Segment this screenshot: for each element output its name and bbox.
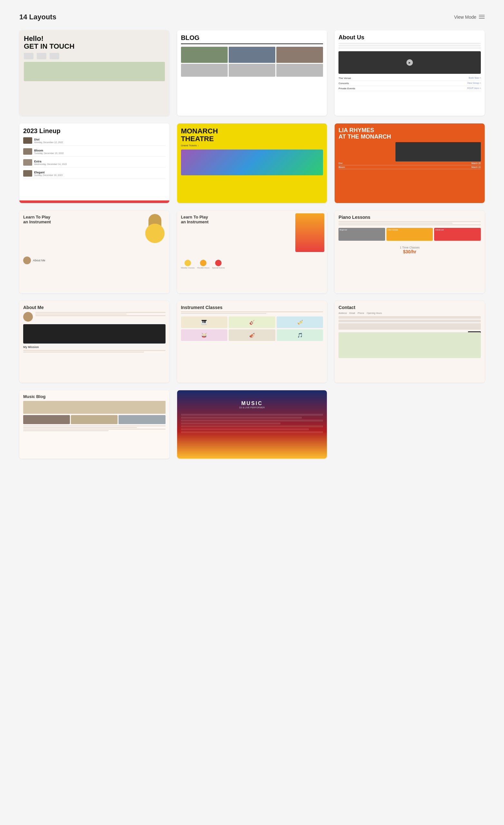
featured-image bbox=[23, 401, 166, 414]
performer-image bbox=[181, 150, 323, 175]
card-music-venue-contact[interactable]: Hello!GET IN TOUCH Music Venue Contact P… bbox=[19, 30, 169, 116]
card-music-teacher-about[interactable]: About Me My Mission Music Teacher About … bbox=[19, 301, 169, 382]
event-row: DiviMonday, December 12, 2022 bbox=[23, 137, 166, 146]
card-music-teacher-blog[interactable]: Music Blog Music Teacher Blog Page Layou… bbox=[19, 390, 169, 459]
card-music-venue-landing[interactable]: LIA RHYMESAT THE MONARCH DiviMarch 20 Bl… bbox=[335, 124, 485, 203]
card-music-teacher-class[interactable]: Piano Lessons Beginner Intermediate Adva… bbox=[335, 211, 485, 293]
card-preview: BLOG bbox=[177, 30, 327, 116]
mission-text: My Mission bbox=[23, 346, 166, 349]
about-me-row bbox=[23, 312, 166, 322]
page-header: 14 Layouts View Mode bbox=[19, 13, 485, 21]
event-row: ExtraWednesday, December 14, 2022 bbox=[23, 159, 166, 167]
about-lines bbox=[338, 43, 481, 49]
layouts-grid: Hello!GET IN TOUCH Music Venue Contact P… bbox=[19, 30, 485, 459]
contact-icons bbox=[24, 53, 165, 59]
card-preview: MONARCHTHEATRE Grand Tickets ↓ bbox=[177, 124, 327, 203]
card-music-venue-blog[interactable]: BLOG Music Venue Blog Page Layout bbox=[177, 30, 327, 116]
piano-image bbox=[23, 324, 166, 344]
card-preview: Learn To Playan Instrument Weekly Classe… bbox=[177, 211, 327, 293]
event-row: BloomTuesday, December 13, 2022 bbox=[23, 148, 166, 157]
card-music-venue-about[interactable]: About Us ▶ The VenueBook Now » ConcertsV… bbox=[335, 30, 485, 116]
landing-bottom: DiviMarch 20 BloomMarch 22 bbox=[338, 161, 481, 169]
about-rows: The VenueBook Now » ConcertsView Group »… bbox=[338, 76, 481, 91]
map-preview bbox=[338, 332, 481, 358]
card-dj-music[interactable]: MUSIC DJ & LIVE PERFORMER DJ Music Page … bbox=[177, 390, 327, 459]
play-button-icon: ▶ bbox=[406, 59, 413, 66]
card-preview: MUSIC DJ & LIVE PERFORMER bbox=[177, 390, 327, 459]
card-preview: Contact AddressEmailPhoneOpening Hours bbox=[335, 301, 485, 382]
card-music-venue-home[interactable]: MONARCHTHEATRE Grand Tickets ↓ Music Ven… bbox=[177, 124, 327, 203]
view-mode-label: View Mode bbox=[454, 14, 476, 20]
class-cards: Beginner Intermediate Advanced bbox=[338, 228, 481, 241]
about-dark-image: ▶ bbox=[338, 51, 481, 74]
avatar-image bbox=[23, 312, 33, 322]
card-preview: About Me My Mission bbox=[19, 301, 169, 382]
view-mode-button[interactable]: View Mode bbox=[454, 14, 485, 20]
dj-lines bbox=[181, 414, 323, 433]
text-lines bbox=[23, 425, 166, 431]
page-title: 14 Layouts bbox=[19, 13, 56, 21]
page-wrapper: 14 Layouts View Mode Hello!GET IN TOUCH … bbox=[19, 13, 485, 459]
card-preview: Music Blog bbox=[19, 390, 169, 459]
card-preview: Hello!GET IN TOUCH bbox=[19, 30, 169, 116]
icons-row: Weekly Classes Flexible Hours Special Ev… bbox=[181, 260, 323, 269]
card-preview: LIA RHYMESAT THE MONARCH DiviMarch 20 Bl… bbox=[335, 124, 485, 203]
card-music-venue-events[interactable]: 2023 Lineup DiviMonday, December 12, 202… bbox=[19, 124, 169, 203]
card-music-teacher-landing[interactable]: Learn To Playan Instrument Weekly Classe… bbox=[177, 211, 327, 293]
blog-images-row2 bbox=[181, 64, 323, 77]
price-info: 1 Time Classes $30/hr bbox=[338, 246, 481, 254]
blog-images bbox=[181, 47, 323, 63]
card-music-teacher-classes[interactable]: Instrument Classes 🎹 🎸 🎺 🥁 🎻 🎵 Music Tea… bbox=[177, 301, 327, 382]
post-grid bbox=[23, 415, 166, 424]
card-music-teacher-home[interactable]: Learn To Playan Instrument About Me Musi… bbox=[19, 211, 169, 293]
contact-form bbox=[338, 316, 481, 330]
card-music-teacher-contact[interactable]: Contact AddressEmailPhoneOpening Hours M… bbox=[335, 301, 485, 382]
view-mode-icon bbox=[479, 15, 485, 19]
event-row: ElegantSunday, December 18, 2022 bbox=[23, 170, 166, 178]
card-preview: Learn To Playan Instrument About Me bbox=[19, 211, 169, 293]
card-preview: Instrument Classes 🎹 🎸 🎺 🥁 🎻 🎵 bbox=[177, 301, 327, 382]
about-me-section: About Me bbox=[23, 256, 166, 264]
red-bar bbox=[19, 201, 169, 203]
card-preview: About Us ▶ The VenueBook Now » ConcertsV… bbox=[335, 30, 485, 116]
contact-info-row: AddressEmailPhoneOpening Hours bbox=[338, 312, 481, 314]
classes-grid: 🎹 🎸 🎺 🥁 🎻 🎵 bbox=[181, 316, 323, 341]
card-preview: 2023 Lineup DiviMonday, December 12, 202… bbox=[19, 124, 169, 203]
card-preview: Piano Lessons Beginner Intermediate Adva… bbox=[335, 211, 485, 293]
performer-image bbox=[396, 142, 481, 161]
map-preview bbox=[24, 62, 165, 81]
dj-subtitle: DJ & LIVE PERFORMER bbox=[181, 406, 323, 408]
